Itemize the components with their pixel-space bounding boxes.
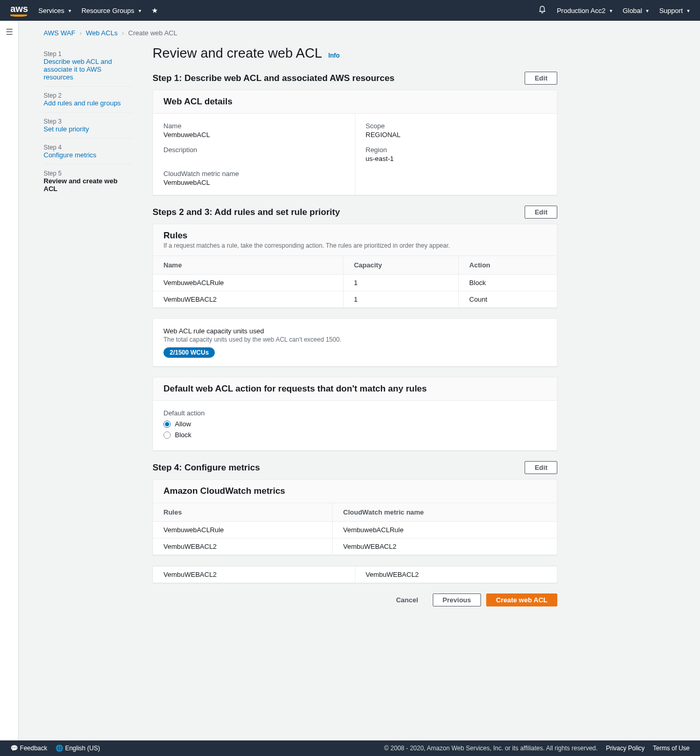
radio-allow[interactable]: Allow (163, 420, 546, 428)
account-menu[interactable]: Production Acc2 (557, 7, 612, 15)
wizard-step-5: Step 5 Review and create web ACL (44, 165, 132, 198)
breadcrumb-waf[interactable]: AWS WAF (44, 29, 75, 37)
description-label: Description (163, 146, 345, 154)
create-web-acl-button[interactable]: Create web ACL (486, 593, 557, 606)
cancel-button[interactable]: Cancel (387, 594, 428, 606)
support-menu[interactable]: Support (659, 7, 690, 15)
region-label: Region (366, 146, 547, 154)
previous-button[interactable]: Previous (433, 593, 481, 606)
default-action-label: Default action (163, 409, 546, 417)
wizard-step-2[interactable]: Step 2 Add rules and rule groups (44, 87, 132, 113)
footer-actions: Cancel Previous Create web ACL (153, 593, 557, 606)
table-row: VembuwebACLRule 1 Block (153, 275, 557, 291)
pin-icon[interactable]: ★ (152, 6, 158, 15)
privacy-link[interactable]: Privacy Policy (606, 745, 645, 752)
default-action-title: Default web ACL action for requests that… (163, 384, 546, 394)
rules-subtext: If a request matches a rule, take the co… (163, 242, 546, 249)
name-value: VembuwebACL (163, 131, 345, 139)
metrics-table: Rules CloudWatch metric name VembuwebACL… (153, 503, 557, 555)
wcu-subtext: The total capacity units used by the web… (163, 336, 546, 343)
wizard-step-1[interactable]: Step 1 Describe web ACL and associate it… (44, 45, 132, 87)
page-title: Review and create web ACL Info (153, 45, 557, 61)
hamburger-icon[interactable]: ☰ (0, 27, 18, 37)
name-label: Name (163, 122, 345, 130)
services-menu[interactable]: Services (38, 7, 71, 15)
notifications-icon[interactable] (538, 5, 546, 16)
wcu-panel: Web ACL rule capacity units used The tot… (153, 318, 557, 367)
col-rules: Rules (153, 503, 333, 522)
side-panel-collapsed: ☰ (0, 21, 19, 740)
bottom-bar: 💬 Feedback 🌐 English (US) © 2008 - 2020,… (0, 740, 700, 756)
region-value: us-east-1 (366, 155, 547, 163)
wcu-title: Web ACL rule capacity units used (163, 327, 546, 335)
top-nav: aws Services Resource Groups ★ Productio… (0, 0, 700, 21)
col-name: Name (153, 256, 343, 275)
resource-groups-menu[interactable]: Resource Groups (81, 7, 141, 15)
default-action-panel: Default web ACL action for requests that… (153, 377, 557, 451)
step4-heading: Step 4: Configure metrics (153, 463, 260, 473)
radio-icon (163, 431, 171, 439)
aws-logo[interactable]: aws (10, 4, 28, 17)
edit-step4-button[interactable]: Edit (525, 461, 557, 474)
table-row: VembuWEBACL2 1 Count (153, 291, 557, 308)
scope-value: REGIONAL (366, 131, 547, 139)
web-acl-details-panel: Web ACL details Name VembuwebACL Descrip… (153, 90, 557, 195)
rules-table: Name Capacity Action VembuwebACLRule 1 B… (153, 256, 557, 307)
wizard-step-3[interactable]: Step 3 Set rule priority (44, 113, 132, 139)
table-row: VembuWEBACL2 VembuWEBACL2 (153, 566, 557, 583)
edit-step23-button[interactable]: Edit (525, 206, 557, 219)
chevron-right-icon: › (79, 29, 81, 37)
step1-heading: Step 1: Describe web ACL and associated … (153, 73, 394, 84)
rules-panel: Rules If a request matches a rule, take … (153, 224, 557, 308)
region-menu[interactable]: Global (623, 7, 649, 15)
table-row: VembuWEBACL2 VembuWEBACL2 (153, 538, 557, 555)
col-action: Action (459, 256, 557, 275)
col-capacity: Capacity (343, 256, 458, 275)
radio-icon (163, 421, 171, 428)
edit-step1-button[interactable]: Edit (525, 72, 557, 85)
terms-link[interactable]: Terms of Use (653, 745, 690, 752)
info-link[interactable]: Info (328, 52, 340, 59)
description-value (163, 155, 345, 163)
table-row: VembuwebACLRule VembuwebACLRule (153, 522, 557, 538)
rules-title: Rules (163, 231, 546, 241)
wizard-step-4[interactable]: Step 4 Configure metrics (44, 139, 132, 165)
metrics-title: Amazon CloudWatch metrics (163, 486, 546, 496)
radio-block[interactable]: Block (163, 431, 546, 439)
breadcrumb-current: Create web ACL (128, 29, 177, 37)
web-acl-details-title: Web ACL details (163, 97, 546, 107)
metrics-panel: Amazon CloudWatch metrics Rules CloudWat… (153, 479, 557, 555)
wizard-nav: Step 1 Describe web ACL and associate it… (44, 45, 132, 606)
breadcrumb-webacls[interactable]: Web ACLs (86, 29, 117, 37)
wcu-badge: 2/1500 WCUs (163, 347, 215, 358)
step23-heading: Steps 2 and 3: Add rules and set rule pr… (153, 207, 340, 218)
copyright-text: © 2008 - 2020, Amazon Web Services, Inc.… (384, 745, 597, 752)
metrics-extra-panel: VembuWEBACL2 VembuWEBACL2 (153, 565, 557, 583)
language-selector[interactable]: 🌐 English (US) (56, 745, 100, 752)
metric-label: CloudWatch metric name (163, 170, 345, 178)
scope-label: Scope (366, 122, 547, 130)
breadcrumb: AWS WAF › Web ACLs › Create web ACL (44, 29, 675, 37)
feedback-link[interactable]: 💬 Feedback (10, 745, 47, 752)
chevron-right-icon: › (122, 29, 124, 37)
col-metric: CloudWatch metric name (333, 503, 557, 522)
metric-value: VembuwebACL (163, 179, 345, 186)
